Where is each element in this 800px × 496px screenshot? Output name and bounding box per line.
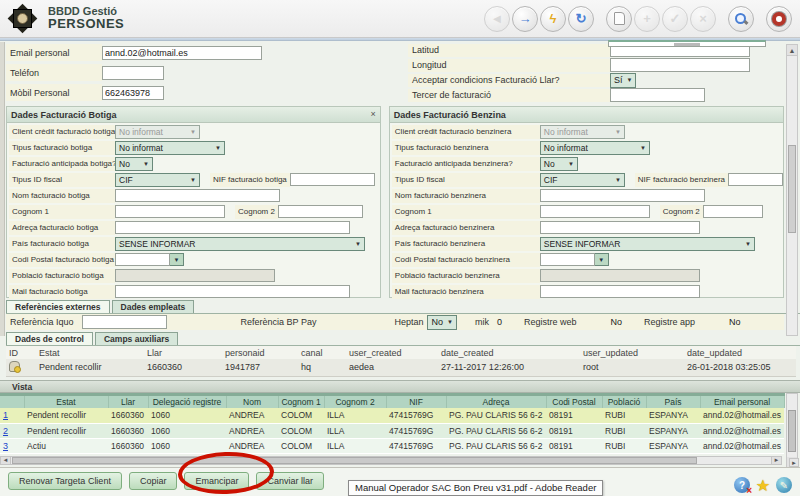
benzinera-tipus-id-select[interactable]: CIF▼ [540,173,625,187]
cell: PG. PAU CLARIS 56 6-2 [446,438,546,453]
form-row: Teléfon [6,63,400,82]
mobil-personal-input[interactable] [102,86,164,100]
close-icon[interactable]: × [371,110,376,119]
confirm-button[interactable]: ✓ [662,6,688,32]
benzinera-client-credit-select[interactable]: No informat▼ [540,125,625,139]
heptan-select[interactable]: No▼ [427,315,456,330]
canviar-llar-button[interactable]: Canviar llar [256,472,324,490]
vista-row-link[interactable]: 2 [3,426,8,436]
benzinera-tipus-facturacio-select[interactable]: No informat▼ [540,141,650,155]
cell: 1060 [148,438,226,453]
app-title-line2: PERSONES [48,17,124,31]
help-error-icon[interactable]: ? [734,477,750,493]
form-row: Mòbil Personal [6,83,400,102]
tercer-facturacio-input[interactable] [610,88,705,102]
botiga-cognom1-input[interactable] [115,205,225,218]
benzinera-cognom2-input[interactable] [703,205,763,218]
benzinera-cognom1-input[interactable] [540,205,650,218]
tab-referencies-externes[interactable]: Referències externes [6,300,110,313]
botiga-mail-input[interactable] [115,285,350,298]
botiga-codi-postal-input[interactable] [115,253,170,266]
cell: 1660360 [108,408,148,423]
benzinera-nom-input[interactable] [540,189,705,202]
form-row: Email personal [6,43,400,62]
benzinera-anticipada-select[interactable]: No▼ [540,157,578,171]
refresh-button[interactable]: ↻ [568,6,594,32]
cell: 1660360 [108,438,148,453]
back-button[interactable]: ◄ [484,6,510,32]
select-value: CIF [119,175,133,185]
forward-button[interactable]: → [512,6,538,32]
telefon-input[interactable] [102,66,164,80]
botiga-pais-select[interactable]: SENSE INFORMAR▼ [115,237,365,251]
longitud-input[interactable] [610,58,750,72]
scroll-left-icon[interactable]: ◄ [1,457,11,464]
table-row: 1 Pendent recollir 1660360 1060 ANDREA C… [0,408,784,423]
benzinera-adreca-input[interactable] [540,221,700,234]
partial-field[interactable] [608,40,766,47]
panel-header: Dades Facturació Botiga × [7,107,380,123]
new-document-button[interactable] [606,6,632,32]
benzinera-pais-label: País facturació benzinera [392,237,540,251]
vista-row-link[interactable]: 1 [3,410,8,420]
cell: COLOM [278,408,324,423]
scroll-right-icon[interactable]: ► [771,457,781,464]
app-window: BBDD Gestió PERSONES ◄ → ϟ ↻ + ✓ × Email… [0,0,800,496]
botiga-tipus-id-select[interactable]: CIF▼ [115,173,200,187]
add-button[interactable]: + [634,6,660,32]
latitud-label: Latitud [408,44,610,57]
tab-dades-empleats[interactable]: Dades empleats [112,300,195,313]
tab-camps-auxiliars[interactable]: Camps auxiliars [95,332,178,345]
horizontal-scrollbar[interactable]: ◄ ► [0,456,782,465]
benzinera-pais-select[interactable]: SENSE INFORMAR▼ [540,237,755,251]
benzinera-nif-input[interactable] [728,173,783,186]
search-button[interactable] [728,6,754,32]
botiga-mail-label: Mail facturació botiga [9,285,115,299]
cell: annd.02@hotmail.es [700,423,784,438]
vista-scrollbar[interactable]: ▼ [786,393,798,468]
scroll-thumb[interactable] [788,410,796,452]
botiga-adreca-input[interactable] [115,221,350,234]
vista-row-link[interactable]: 3 [3,441,8,451]
add-favorite-icon[interactable]: ★ [755,477,771,493]
copiar-button[interactable]: Copiar [129,472,178,490]
referencia-iquo-input[interactable] [82,315,167,329]
benzinera-codi-postal-dropdown-button[interactable]: ▼ [595,253,609,266]
cell: ESPANYA [646,423,700,438]
botiga-anticipada-select[interactable]: No▼ [115,157,153,171]
botiga-cognom1-label: Cognom 1 [9,205,115,219]
theme-icon[interactable]: ✎ [776,477,792,493]
cell: Actiu [24,438,108,453]
form-scrollbar[interactable]: ▲ [786,44,798,336]
edit-button[interactable]: ϟ [540,6,566,32]
benzinera-codi-postal-combo: ▼ [540,253,609,266]
delete-button[interactable]: × [690,6,716,32]
renovar-targeta-client-button[interactable]: Renovar Targeta Client [8,472,122,490]
record-icon[interactable] [9,361,20,372]
table-row: 3 Actiu 1660360 1060 ANDREA COLOM ILLA 4… [0,438,784,453]
scroll-up-icon[interactable]: ▲ [787,45,797,56]
tab-dades-de-control[interactable]: Dades de control [6,332,93,345]
cell: annd.02@hotmail.es [700,438,784,453]
scroll-thumb[interactable] [788,145,796,233]
telefon-label: Teléfon [6,64,102,81]
botiga-nom-input[interactable] [115,189,280,202]
botiga-tipus-facturacio-select[interactable]: No informat▼ [115,141,225,155]
acceptar-condicions-select[interactable]: Sí▼ [610,73,636,88]
help-button[interactable] [766,6,792,32]
emancipar-button[interactable]: Emancipar [184,472,249,490]
botiga-anticipada-label: Facturació anticipada botiga? [9,157,115,171]
botiga-nif-input[interactable] [290,173,375,186]
cell: 08191 [546,423,602,438]
benzinera-mail-input[interactable] [540,285,700,298]
botiga-cognom2-input[interactable] [278,205,363,218]
email-personal-input[interactable] [102,46,262,60]
chevron-down-icon: ▼ [615,177,621,183]
taskbar-tooltip: Manual Operador SAC Bon Preu v31.pdf - A… [348,480,603,496]
benzinera-codi-postal-input[interactable] [540,253,595,266]
scroll-thumb[interactable] [12,457,697,464]
botiga-client-credit-select[interactable]: No informat▼ [115,125,200,139]
botiga-codi-postal-dropdown-button[interactable]: ▼ [170,253,184,266]
lightning-icon: ϟ [550,12,557,25]
vista-table: Estat Llar Delegació registre Nom Cognom… [0,393,785,454]
